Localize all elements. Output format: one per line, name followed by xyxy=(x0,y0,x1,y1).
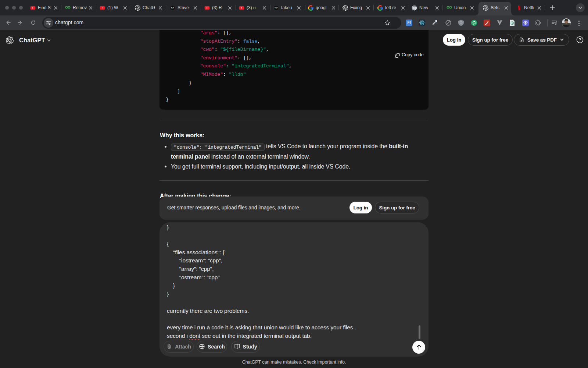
svg-text:TUF: TUF xyxy=(171,7,174,9)
svg-text:TUF: TUF xyxy=(275,7,278,9)
